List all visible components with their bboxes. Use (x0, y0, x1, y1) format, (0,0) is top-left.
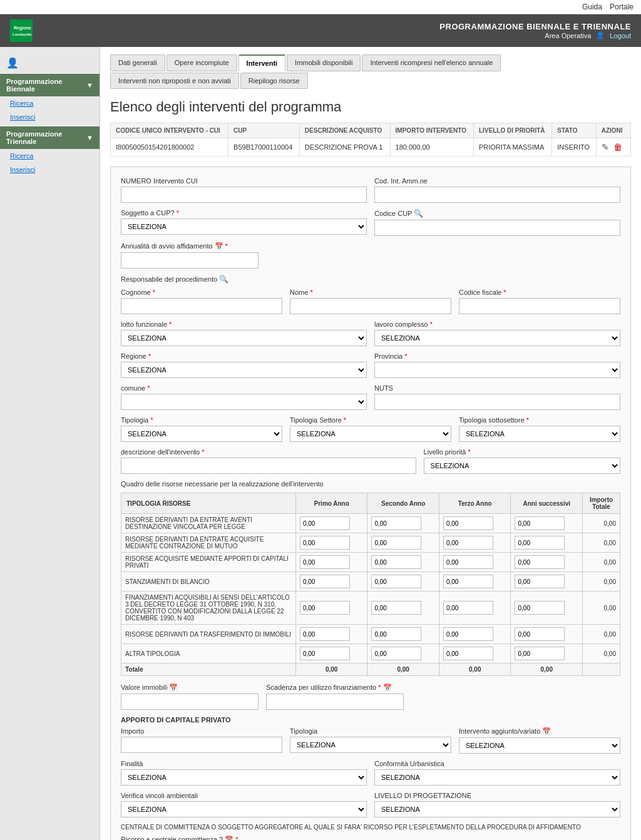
header-title: PROGRAMMAZIONE BIENNALE E TRIENNALE (439, 22, 631, 31)
sidebar-triennale-header[interactable]: Programmazione Triennale ▼ (0, 126, 100, 149)
label-tipologia-sottosettore: Tipologia sottosettore * (459, 416, 620, 424)
label-lavoro: lavoro complesso * (374, 320, 620, 328)
r6-secondo[interactable] (371, 627, 421, 641)
sidebar-item-triennale-inserisci[interactable]: Inserisci (0, 163, 100, 177)
guida-link[interactable]: Guida (582, 3, 602, 11)
tab-opere-incompiute[interactable]: Opere incompiute (167, 54, 237, 71)
select-livello-prog[interactable]: SELEZIONA (374, 801, 620, 817)
sidebar-item-biennale-ricerca[interactable]: Ricerca (0, 96, 100, 110)
input-annualita[interactable] (121, 252, 259, 269)
tab-interventi-non-riproposti[interactable]: Interventi non riproposti e non avviati (110, 73, 239, 89)
chevron-down-icon-2: ▼ (86, 134, 93, 141)
r4-secondo[interactable] (371, 575, 421, 588)
r1-successivi[interactable] (515, 516, 565, 530)
r3-secondo[interactable] (371, 555, 421, 569)
select-livello-priorita[interactable]: SELEZIONA (424, 458, 620, 474)
select-lavoro[interactable]: SELEZIONA (374, 330, 620, 346)
col-importo: IMPORTO INTERVENTO (390, 123, 473, 138)
select-conformita[interactable]: SELEZIONA (374, 769, 620, 786)
input-cod-int[interactable] (374, 187, 620, 203)
select-tipologia-privato[interactable]: SELEZIONA (290, 737, 451, 753)
sidebar-item-biennale-inserisci[interactable]: Inserisci (0, 110, 100, 124)
portale-link[interactable]: Portale (610, 3, 633, 11)
select-comune[interactable] (121, 394, 367, 410)
r7-primo[interactable] (300, 647, 350, 660)
col-descrizione: DESCRIZIONE ACQUISTO (299, 123, 390, 138)
r3-successivi[interactable] (515, 555, 565, 569)
tab-dati-generali[interactable]: Dati generali (110, 54, 165, 71)
r7-totale: 0,00 (583, 644, 620, 663)
input-codice-fiscale[interactable] (459, 298, 620, 314)
select-finalita[interactable]: SELEZIONA (121, 769, 367, 786)
r2-terzo[interactable] (443, 536, 493, 550)
r1-terzo[interactable] (443, 516, 493, 530)
select-regione[interactable]: SELEZIONA (121, 362, 367, 378)
input-cognome[interactable] (121, 298, 282, 314)
r6-primo[interactable] (300, 627, 350, 641)
form-panel: NUMERO Intervento CUI Cod. Int. Amm.ne S… (110, 166, 631, 840)
select-intervento-aggiunto[interactable]: SELEZIONA (459, 737, 620, 754)
section-centrale: CENTRALE DI COMMITTENZA O SOGGETTO AGGRE… (121, 824, 620, 831)
select-tipologia-settore[interactable]: SELEZIONA (290, 426, 451, 442)
area-icon: 👤 (596, 31, 605, 39)
input-scadenza[interactable] (266, 694, 404, 710)
select-tipologia[interactable]: SELEZIONA (121, 426, 282, 442)
r2-primo[interactable] (300, 536, 350, 550)
input-codice-cup[interactable] (374, 220, 620, 236)
r5-secondo[interactable] (371, 601, 421, 615)
r4-terzo[interactable] (443, 575, 493, 588)
r1-totale: 0,00 (583, 514, 620, 533)
r5-terzo[interactable] (443, 601, 493, 615)
r7-successivi[interactable] (515, 647, 565, 660)
input-nuts[interactable] (374, 394, 620, 410)
input-numero-intervento[interactable] (121, 187, 367, 203)
content-area: Dati generali Opere incompiute Intervent… (100, 47, 641, 840)
logo: Regione Lombardia (10, 19, 33, 42)
label-livello-prog: LIVELLO DI PROGETTAZIONE (374, 792, 620, 799)
rt-primo: 0,00 (295, 663, 367, 676)
tab-riepilogo-risorse[interactable]: Riepilogo risorse (240, 73, 308, 89)
sidebar-biennale-header[interactable]: Programmazione Biennale ▼ (0, 74, 100, 96)
r7-secondo[interactable] (371, 647, 421, 660)
label-tipologia: Tipologia * (121, 416, 282, 424)
r7-terzo[interactable] (443, 647, 493, 660)
r5-primo[interactable] (300, 601, 350, 615)
r3-totale: 0,00 (583, 553, 620, 572)
select-provincia[interactable] (374, 362, 620, 378)
r1-primo[interactable] (300, 516, 350, 530)
tab-interventi[interactable]: Interventi (238, 54, 286, 71)
sidebar-item-triennale-ricerca[interactable]: Ricerca (0, 149, 100, 163)
col-terzo-anno: Terzo Anno (439, 493, 511, 514)
r5-successivi[interactable] (515, 601, 565, 615)
input-valore-immobili[interactable] (121, 694, 259, 710)
r2-successivi[interactable] (515, 536, 565, 550)
r6-terzo[interactable] (443, 627, 493, 641)
select-verifica[interactable]: SELEZIONA (121, 801, 367, 817)
cell-cup: B59B17000110004 (228, 138, 300, 156)
r4-successivi[interactable] (515, 575, 565, 588)
select-tipologia-sottosettore[interactable]: SELEZIONA (459, 426, 620, 442)
label-verifica: Verifica vincoli ambientali (121, 792, 367, 799)
input-descrizione-intervento[interactable] (121, 458, 416, 474)
r2-secondo[interactable] (371, 536, 421, 550)
select-lotto[interactable]: SELEZIONA (121, 330, 367, 346)
tab-interventi-elenco[interactable]: Interventi ricompresi nell'elenco annual… (362, 54, 501, 71)
edit-icon[interactable]: ✎ (602, 142, 609, 152)
logout-button[interactable]: Logout (610, 32, 631, 39)
r3-primo[interactable] (300, 555, 350, 569)
delete-icon[interactable]: 🗑 (613, 142, 622, 152)
label-valore-immobili: Valore immobili 📅 (121, 684, 259, 692)
label-intervento-aggiunto: Intervento aggiunto/variato 📅 (459, 727, 620, 735)
r3-terzo[interactable] (443, 555, 493, 569)
col-importo-totale: Importo Totale (583, 493, 620, 514)
r6-successivi[interactable] (515, 627, 565, 641)
cell-cui: I80050050154201800002 (111, 138, 228, 156)
tab-immobili-disponibili[interactable]: Immobili disponibili (287, 54, 361, 71)
resource-tipo-totale: Totale (121, 663, 296, 676)
select-soggetto-cup[interactable]: SELEZIONA (121, 218, 367, 235)
r1-secondo[interactable] (371, 516, 421, 530)
svg-rect-0 (11, 21, 31, 41)
r4-primo[interactable] (300, 575, 350, 588)
input-nome[interactable] (290, 298, 451, 314)
input-importo-privato[interactable] (121, 737, 282, 753)
